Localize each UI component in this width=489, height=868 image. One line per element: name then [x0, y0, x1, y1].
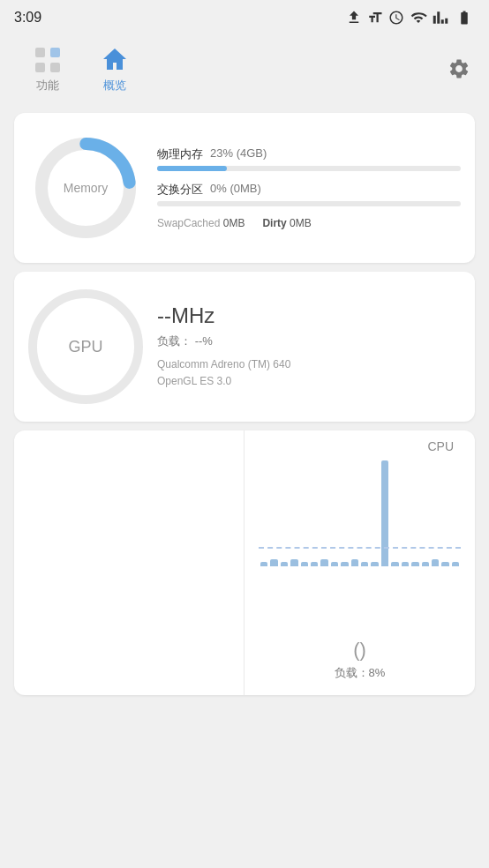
cpu-bars	[259, 460, 461, 566]
swap-memory-row: 交换分区 0% (0MB)	[157, 182, 461, 206]
cpu-bar	[361, 562, 368, 566]
cpu-label: CPU	[427, 439, 461, 453]
cpu-right-panel: CPU () 负载：8%	[244, 430, 475, 695]
dirty-label: Dirty	[262, 217, 286, 229]
cpu-bar	[452, 562, 459, 566]
cpu-bar	[301, 562, 308, 566]
swap-bar-bg	[157, 201, 461, 206]
cpu-bar	[371, 562, 378, 566]
cpu-bar	[331, 562, 338, 566]
svg-rect-3	[50, 63, 60, 72]
tab-overview[interactable]: 概览	[81, 41, 148, 97]
gpu-model-line1: Qualcomm Adreno (TM) 640	[157, 356, 461, 373]
cpu-left-panel	[14, 430, 244, 695]
physical-memory-bar-bg	[157, 166, 461, 171]
download-icon	[346, 10, 362, 26]
status-bar: 3:09	[0, 0, 489, 35]
cpu-bar	[441, 562, 448, 566]
cpu-bar	[320, 559, 327, 566]
cpu-bar	[270, 559, 277, 566]
physical-memory-bar-fill	[157, 166, 227, 171]
memory-donut: Memory	[28, 131, 143, 245]
cpu-dashed-line	[259, 547, 461, 549]
cpu-center-label: ()	[353, 639, 366, 662]
status-icons	[346, 10, 475, 26]
cpu-bar	[281, 562, 288, 566]
clock-icon	[388, 10, 404, 26]
gpu-model: Qualcomm Adreno (TM) 640 OpenGL ES 3.0	[157, 356, 461, 390]
memory-card: Memory 物理内存 23% (4GB) 交换分区 0% (0MB)	[14, 113, 475, 263]
dirty: Dirty 0MB	[262, 217, 311, 229]
memory-donut-label: Memory	[64, 181, 109, 195]
nav-bar: 功能 概览	[0, 35, 489, 104]
cpu-load-label: 负载：8%	[335, 665, 386, 681]
svg-rect-1	[50, 48, 60, 57]
tab-func[interactable]: 功能	[14, 41, 81, 97]
gpu-card: GPU --MHz 负载： --% Qualcomm Adreno (TM) 6…	[14, 272, 475, 422]
gpu-load-label: 负载：	[157, 334, 192, 348]
gpu-model-line2: OpenGL ES 3.0	[157, 373, 461, 390]
cpu-bar	[290, 559, 297, 566]
svg-rect-0	[35, 48, 45, 57]
gpu-load: 负载： --%	[157, 333, 461, 349]
font-icon	[367, 10, 383, 26]
gpu-mhz: --MHz	[157, 303, 461, 328]
cpu-card: CPU () 负载：8%	[14, 430, 475, 695]
physical-memory-row: 物理内存 23% (4GB)	[157, 146, 461, 171]
cpu-bar	[260, 562, 267, 566]
physical-memory-label: 物理内存	[157, 146, 203, 162]
tab-func-label: 功能	[36, 78, 59, 94]
gpu-load-value: --%	[195, 334, 213, 348]
func-icon	[32, 44, 64, 76]
dirty-value: 0MB	[290, 217, 312, 229]
memory-info: 物理内存 23% (4GB) 交换分区 0% (0MB) SwapCached …	[157, 146, 461, 229]
wifi-icon	[410, 10, 427, 26]
cpu-bar	[402, 562, 409, 566]
battery-icon	[454, 10, 475, 26]
swap-label: 交换分区	[157, 182, 203, 198]
cpu-bar	[341, 562, 348, 566]
physical-memory-value: 23% (4GB)	[210, 146, 267, 162]
cpu-chart-inner	[259, 460, 461, 617]
swap-cached-label: SwapCached	[157, 217, 220, 229]
svg-rect-2	[35, 63, 45, 72]
settings-icon	[448, 57, 470, 80]
tab-overview-label: 概览	[103, 78, 126, 94]
cpu-bar	[311, 562, 318, 566]
gpu-circle: GPU	[28, 289, 143, 404]
memory-meta: SwapCached 0MB Dirty 0MB	[157, 217, 461, 229]
swap-cached: SwapCached 0MB	[157, 217, 244, 229]
swap-value: 0% (0MB)	[210, 182, 261, 198]
home-icon	[99, 44, 131, 76]
cpu-bar	[391, 562, 398, 566]
cpu-bar	[411, 562, 418, 566]
cpu-bar	[432, 559, 439, 566]
cpu-bar	[381, 460, 388, 566]
gpu-circle-label: GPU	[68, 338, 102, 356]
nav-tabs: 功能 概览	[14, 41, 148, 97]
status-time: 3:09	[14, 10, 41, 26]
cpu-bar	[422, 562, 429, 566]
cpu-bar	[351, 559, 358, 566]
gpu-info: --MHz 负载： --% Qualcomm Adreno (TM) 640 O…	[157, 303, 461, 390]
signal-icon	[433, 10, 448, 26]
settings-button[interactable]	[443, 53, 475, 85]
swap-cached-value: 0MB	[223, 217, 245, 229]
cpu-chart-area	[259, 460, 461, 635]
